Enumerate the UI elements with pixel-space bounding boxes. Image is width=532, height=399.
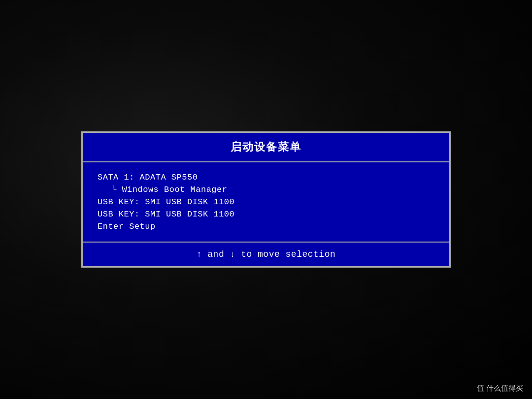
bios-menu-list: SATA 1: ADATA SP550└ Windows Boot Manage…: [83, 162, 449, 243]
menu-item-windows-boot[interactable]: └ Windows Boot Manager: [98, 184, 434, 196]
menu-item-usb-key-2[interactable]: USB KEY: SMI USB DISK 1100: [98, 208, 434, 220]
bios-title: 启动设备菜单: [83, 133, 449, 162]
menu-item-enter-setup[interactable]: Enter Setup: [98, 220, 434, 233]
bios-footer-hint: ↑ and ↓ to move selection: [83, 243, 449, 266]
bios-menu-container: 启动设备菜单 SATA 1: ADATA SP550└ Windows Boot…: [81, 131, 451, 268]
menu-item-usb-key-1[interactable]: USB KEY: SMI USB DISK 1100: [98, 196, 434, 208]
watermark: 值 什么值得买: [477, 384, 523, 393]
menu-item-sata1[interactable]: SATA 1: ADATA SP550: [98, 171, 434, 184]
